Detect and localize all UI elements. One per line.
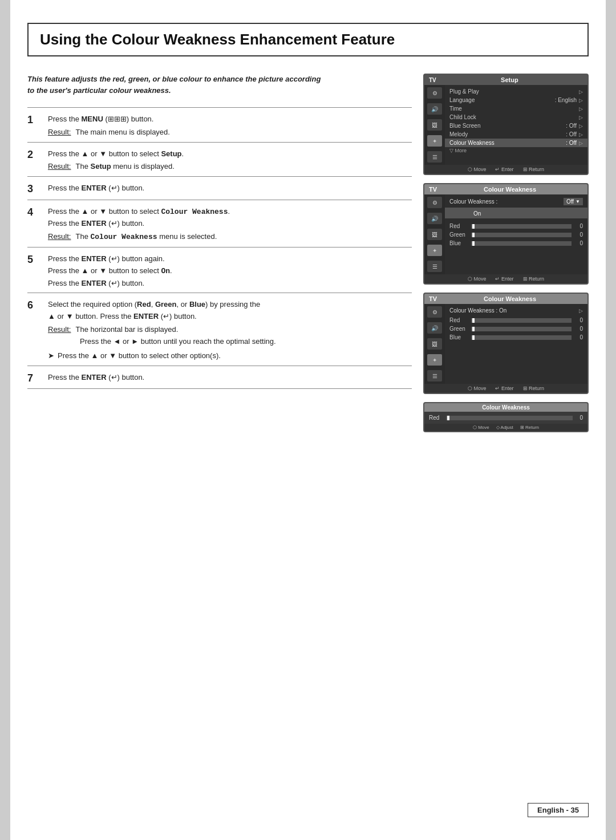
step-1: 1 Press the MENU (⊞⊞⊞) button. Result: T…	[27, 107, 412, 142]
cw-title-1: Colour Weakness	[484, 186, 536, 193]
cw-bar-blue-2: Blue 0	[445, 333, 587, 342]
arrow-icon: ➤	[48, 350, 54, 362]
cw-header-2: TV Colour Weakness	[424, 294, 587, 304]
cw-option-on: On	[445, 208, 587, 218]
cw-top-row-1: Colour Weakness : Off ▼	[445, 197, 587, 208]
mini-screen: Colour Weakness Red 0 ⬡ Move ◇	[423, 402, 589, 432]
page-container: Using the Colour Weakness Enhancement Fe…	[0, 0, 616, 840]
cw-icon-2c: 🖼	[427, 338, 442, 350]
step-2-result: Result: The Setup menu is displayed.	[48, 161, 412, 173]
cw-title-2: Colour Weakness	[484, 295, 536, 302]
mini-val: 0	[576, 415, 583, 421]
cw-bar-red-1: Red 0	[445, 222, 587, 230]
step-5: 5 Press the ENTER (↵) button again. Pres…	[27, 247, 412, 293]
step-4-text: Press the ▲ or ▼ button to select Colour…	[48, 207, 230, 216]
step-5-text: Press the ENTER (↵) button again.	[48, 254, 165, 263]
cw-track-blue-1	[471, 241, 572, 246]
step-6: 6 Select the required option (Red, Green…	[27, 293, 412, 366]
cw-content-1: Colour Weakness : Off ▼ On	[445, 194, 587, 274]
cw-top-row-2: Colour Weakness : On ▷	[445, 306, 587, 316]
menu-time: Time ▷	[445, 104, 587, 113]
menu-blue-screen: Blue Screen : Off ▷	[445, 121, 587, 130]
result-label-2: Result:	[48, 161, 71, 173]
mini-row-red: Red 0	[429, 415, 583, 421]
step-1-result: Result: The main menu is displayed.	[48, 127, 412, 139]
cw-bar-green-1: Green 0	[445, 230, 587, 239]
step-4: 4 Press the ▲ or ▼ button to select Colo…	[27, 200, 412, 247]
step-6-result-text: The horizontal bar is displayed.	[75, 324, 178, 336]
step-4-result: Result: The Colour Weakness menu is sele…	[48, 231, 412, 244]
menu-child-lock: Child Lock ▷	[445, 113, 587, 121]
cw-icon-2e: ☰	[427, 370, 442, 382]
step-2-result-text: The Setup menu is displayed.	[75, 161, 174, 173]
cw-icon-1a: ⚙	[427, 197, 442, 208]
right-border-strip	[606, 0, 616, 840]
menu-language: Language : English ▷	[445, 96, 587, 104]
cw-footer-1: ⬡ Move ↵ Enter ⊞ Return	[424, 274, 587, 283]
cw-dropdown-1: Off ▼	[564, 198, 583, 205]
step-1-result-text: The main menu is displayed.	[75, 127, 169, 139]
tv-icon-5: ☰	[427, 151, 442, 163]
title-box: Using the Colour Weakness Enhancement Fe…	[27, 23, 589, 56]
setup-screen: TV Setup ⚙ 🔊 🖼 ✦ ☰	[423, 74, 589, 175]
mini-footer: ⬡ Move ◇ Adjust ⊞ Return	[424, 424, 587, 431]
cw-marker-green-1	[472, 233, 475, 237]
step-6-text: Select the required option (Red, Green, …	[48, 300, 260, 309]
cw-marker-blue-1	[472, 241, 475, 246]
cw-footer-return-2: ⊞ Return	[523, 385, 545, 391]
step-3-content: Press the ENTER (↵) button.	[48, 182, 412, 194]
cw-body-1: ⚙ 🔊 🖼 ✦ ☰ Colour Weakness : Off	[424, 194, 587, 274]
cw-icons-1: ⚙ 🔊 🖼 ✦ ☰	[424, 194, 445, 274]
tv-icons-1: ⚙ 🔊 🖼 ✦ ☰	[424, 85, 445, 165]
tv-more: ▽ More	[445, 147, 587, 154]
cw-header-1: TV Colour Weakness	[424, 184, 587, 194]
step-3: 3 Press the ENTER (↵) button.	[27, 176, 412, 199]
step-2-bold: Setup	[161, 149, 181, 158]
step-6-note-text: Press the ▲ or ▼ button to select other …	[58, 350, 221, 362]
step-1-content: Press the MENU (⊞⊞⊞) button. Result: The…	[48, 113, 412, 139]
mini-track	[446, 416, 573, 420]
menu-melody: Melody : Off ▷	[445, 130, 587, 139]
result-label-6: Result:	[48, 324, 71, 336]
step-3-num: 3	[27, 182, 44, 196]
cw-footer-return-1: ⊞ Return	[523, 276, 545, 282]
cw-marker-blue-2	[472, 335, 475, 340]
page-footer: English - 35	[27, 780, 589, 817]
cw-icon-2d: ✦	[427, 354, 442, 366]
result-label-4: Result:	[48, 231, 71, 244]
cw-bar-blue-1: Blue 0	[445, 239, 587, 247]
step-1-num: 1	[27, 113, 44, 127]
step-1-bold: MENU	[82, 115, 103, 123]
cw-icon-2b: 🔊	[427, 322, 442, 334]
footer-move: ⬡ Move	[468, 167, 487, 172]
step-5-num: 5	[27, 253, 44, 266]
mini-label-red: Red	[429, 415, 443, 421]
cw-tv-label-2: TV	[429, 295, 437, 302]
cw-track-red-2	[471, 318, 572, 323]
cw-dropdown-val: Off	[566, 198, 574, 205]
tv-icon-3: 🖼	[427, 119, 442, 131]
footer-enter: ↵ Enter	[495, 167, 513, 172]
step-1-text: Press the MENU (⊞⊞⊞) button.	[48, 115, 153, 123]
step-4-num: 4	[27, 206, 44, 219]
cw-screen-2: TV Colour Weakness ⚙ 🔊 🖼 ✦ ☰	[423, 293, 589, 394]
result-label: Result:	[48, 127, 71, 139]
cw-icon-2a: ⚙	[427, 306, 442, 318]
step-6-num: 6	[27, 299, 44, 312]
step-4-content: Press the ▲ or ▼ button to select Colour…	[48, 206, 412, 244]
cw-track-red-1	[471, 224, 572, 229]
cw-icon-1e: ☰	[427, 261, 442, 272]
mini-footer-adjust: ◇ Adjust	[496, 425, 513, 430]
tv-icon-1: ⚙	[427, 87, 442, 99]
footer-return: ⊞ Return	[523, 167, 545, 172]
step-2-text: Press the ▲ or ▼ button to select Setup.	[48, 149, 184, 158]
cw-footer-enter-1: ↵ Enter	[495, 276, 513, 282]
tv-label-1: TV	[429, 77, 436, 83]
mini-title: Colour Weakness	[482, 404, 530, 411]
cw-status-label-1: Colour Weakness :	[449, 198, 497, 205]
step-6-arrow-note: ➤ Press the ▲ or ▼ button to select othe…	[48, 350, 412, 362]
step-7-content: Press the ENTER (↵) button.	[48, 372, 412, 384]
page-title: Using the Colour Weakness Enhancement Fe…	[40, 31, 576, 48]
step-7: 7 Press the ENTER (↵) button.	[27, 366, 412, 388]
step-4-line2: Press the ENTER (↵) button.	[48, 219, 144, 228]
